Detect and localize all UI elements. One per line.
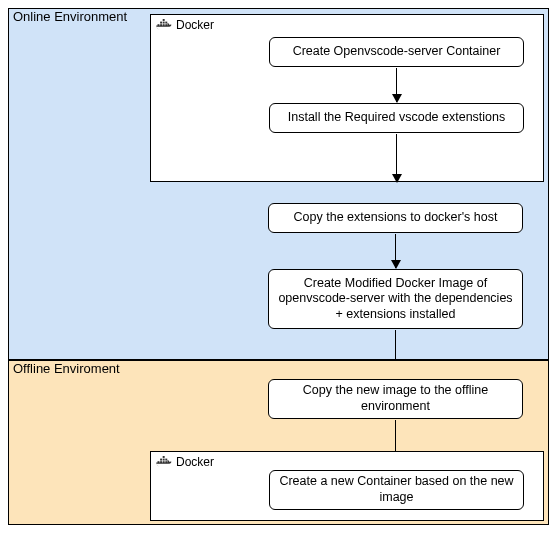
online-environment-box: Online Environment (8, 8, 549, 360)
svg-rect-4 (160, 21, 162, 23)
docker-label-text: Docker (176, 18, 214, 32)
svg-rect-15 (163, 456, 165, 458)
svg-rect-14 (165, 458, 167, 460)
docker-icon (156, 456, 172, 469)
svg-rect-6 (165, 21, 167, 23)
svg-rect-7 (163, 19, 165, 21)
step-create-openvscode-container: Create Openvscode-server Container (269, 37, 524, 67)
docker-label-text: Docker (176, 455, 214, 469)
docker-label-online: Docker (156, 18, 214, 32)
step-install-extensions: Install the Required vscode extenstions (269, 103, 524, 133)
step-create-modified-image: Create Modified Docker Image of openvsco… (268, 269, 523, 329)
svg-rect-12 (160, 458, 162, 460)
online-environment-label: Online Environment (13, 9, 127, 24)
svg-rect-13 (163, 458, 165, 460)
step-copy-extensions-host: Copy the extensions to docker's host (268, 203, 523, 233)
offline-environment-box: Offline Enviroment Copy the new image to… (8, 360, 549, 525)
arrow-2-out (396, 134, 397, 182)
diagram-canvas: Online Environment (8, 8, 549, 525)
docker-label-offline: Docker (156, 455, 214, 469)
step-create-new-container: Create a new Container based on the new … (269, 470, 524, 510)
arrow-3-4 (395, 234, 396, 268)
offline-environment-label: Offline Enviroment (13, 361, 120, 376)
docker-container-online: Docker Create Openvscode-server Containe… (150, 14, 544, 182)
svg-rect-5 (163, 21, 165, 23)
docker-icon (156, 19, 172, 32)
docker-container-offline: Docker Create a new Container based on t… (150, 451, 544, 521)
step-copy-image-offline: Copy the new image to the offline enviro… (268, 379, 523, 419)
arrow-1-2 (396, 68, 397, 102)
